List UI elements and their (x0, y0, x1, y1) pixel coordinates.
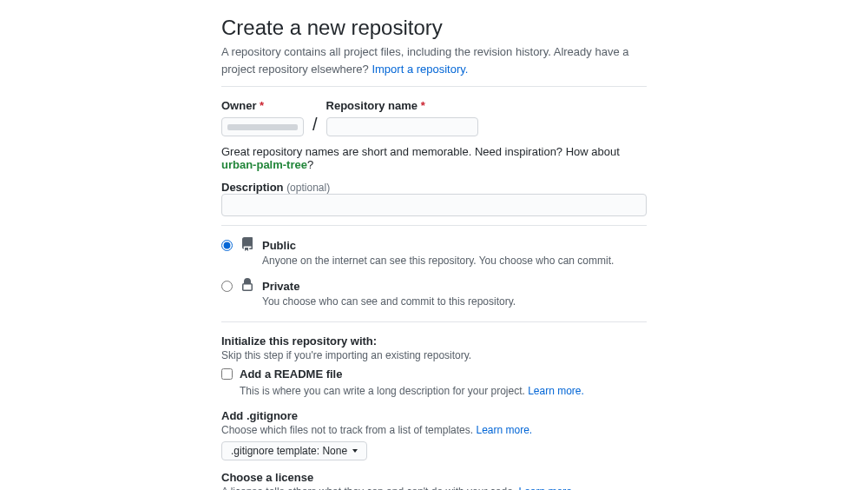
page-title: Create a new repository (221, 16, 647, 40)
repo-name-hint: Great repository names are short and mem… (221, 145, 647, 171)
gitignore-title: Add .gitignore (221, 409, 647, 422)
owner-label: Owner * (221, 99, 304, 112)
readme-checkbox[interactable] (221, 368, 233, 380)
gitignore-desc: Choose which files not to track from a l… (221, 424, 647, 436)
description-label: Description (optional) (221, 181, 330, 194)
chevron-down-icon (352, 449, 358, 453)
readme-title: Add a README file (240, 367, 647, 382)
name-suggestion-link[interactable]: urban-palm-tree (221, 158, 307, 171)
private-title: Private (262, 279, 647, 295)
import-repo-link[interactable]: Import a repository. (372, 63, 468, 76)
repo-icon (240, 237, 254, 251)
init-heading: Initialize this repository with: (221, 334, 647, 348)
gitignore-learn-more-link[interactable]: Learn more. (476, 424, 532, 436)
public-desc: Anyone on the internet can see this repo… (262, 254, 647, 268)
license-learn-more-link[interactable]: Learn more. (519, 486, 575, 490)
public-title: Public (262, 238, 647, 254)
repo-name-label: Repository name * (326, 99, 478, 112)
owner-select[interactable] (221, 117, 304, 136)
private-desc: You choose who can see and commit to thi… (262, 295, 647, 309)
description-input[interactable] (221, 194, 647, 216)
page-subhead: A repository contains all project files,… (221, 43, 647, 77)
public-radio[interactable] (221, 240, 233, 251)
lock-icon (240, 278, 254, 292)
license-title: Choose a license (221, 471, 647, 484)
private-radio[interactable] (221, 281, 233, 292)
gitignore-template-dropdown[interactable]: .gitignore template: None (221, 441, 367, 460)
repo-name-input[interactable] (326, 117, 478, 136)
owner-repo-separator: / (311, 115, 319, 136)
license-desc: A license tells others what they can and… (221, 486, 647, 490)
init-skip-text: Skip this step if you're importing an ex… (221, 349, 647, 361)
readme-learn-more-link[interactable]: Learn more. (528, 385, 584, 397)
readme-desc: This is where you can write a long descr… (240, 384, 647, 399)
